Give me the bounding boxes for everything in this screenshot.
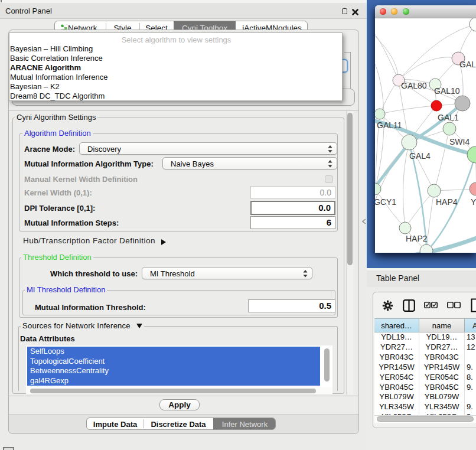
- svg-text:GAL11: GAL11: [377, 120, 402, 130]
- svg-text:GAL1: GAL1: [438, 113, 459, 122]
- svg-text:HAP2: HAP2: [406, 234, 428, 243]
- svg-text:GAL4: GAL4: [409, 151, 431, 161]
- svg-text:GAL7: GAL7: [459, 60, 476, 69]
- svg-text:GAL80: GAL80: [401, 81, 427, 90]
- svg-text:SWI4: SWI4: [449, 137, 470, 146]
- svg-text:GCY1: GCY1: [375, 197, 396, 207]
- svg-text:HAP4: HAP4: [436, 197, 458, 207]
- svg-text:Y: Y: [471, 197, 476, 207]
- svg-text:GAL10: GAL10: [434, 86, 460, 96]
